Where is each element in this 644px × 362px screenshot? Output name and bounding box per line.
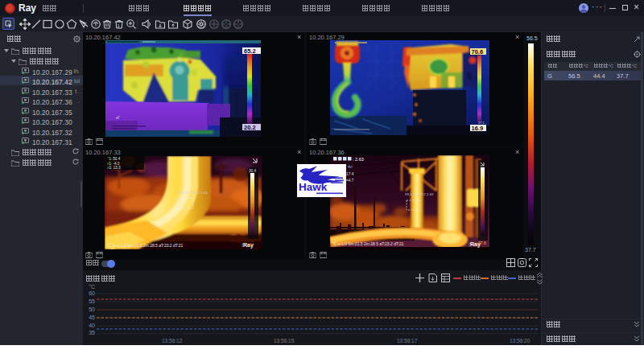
svg-text:WL1.6 T:37.2 2.63: WL1.6 T:37.2 2.63 bbox=[405, 192, 434, 196]
svg-text:1: 1 bbox=[118, 23, 121, 28]
svg-text:17.4: 17.4 bbox=[346, 172, 354, 176]
svg-text:iRay: iRay bbox=[469, 241, 481, 248]
svg-text:WL2.6 T:36.5 2.63: WL2.6 T:36.5 2.63 bbox=[179, 191, 208, 195]
svg-text:16.9: 16.9 bbox=[472, 125, 484, 132]
svg-text:: 4v/: : 4v/ bbox=[345, 165, 353, 169]
svg-text:iRay: iRay bbox=[242, 242, 254, 249]
svg-text:^1: 50.4: ^1: 50.4 bbox=[107, 157, 121, 161]
svg-text:: 2.63: : 2.63 bbox=[353, 157, 364, 162]
svg-text:20.2: 20.2 bbox=[244, 124, 256, 131]
svg-text:°C m e:1.2-5m:21.5 2m:28.5 aT:: °C m e:1.2-5m:21.5 2m:28.5 aT:23.2 dT:21 bbox=[107, 243, 183, 248]
svg-text:70.6: 70.6 bbox=[472, 48, 484, 56]
svg-text:Hawk: Hawk bbox=[299, 181, 328, 193]
svg-text:°C e:1.0 5m:21.5 2m:28.5 aT:23: °C e:1.0 5m:21.5 2m:28.5 aT:23.2 dT:21 bbox=[332, 241, 404, 246]
svg-text:30.4: 30.4 bbox=[249, 169, 256, 173]
svg-text:o1: 13.3: o1: 13.3 bbox=[107, 166, 121, 170]
svg-text:65.2: 65.2 bbox=[244, 47, 256, 55]
svg-text:=4.7: =4.7 bbox=[346, 179, 354, 183]
svg-text:v1: -4.3: v1: -4.3 bbox=[107, 162, 120, 166]
